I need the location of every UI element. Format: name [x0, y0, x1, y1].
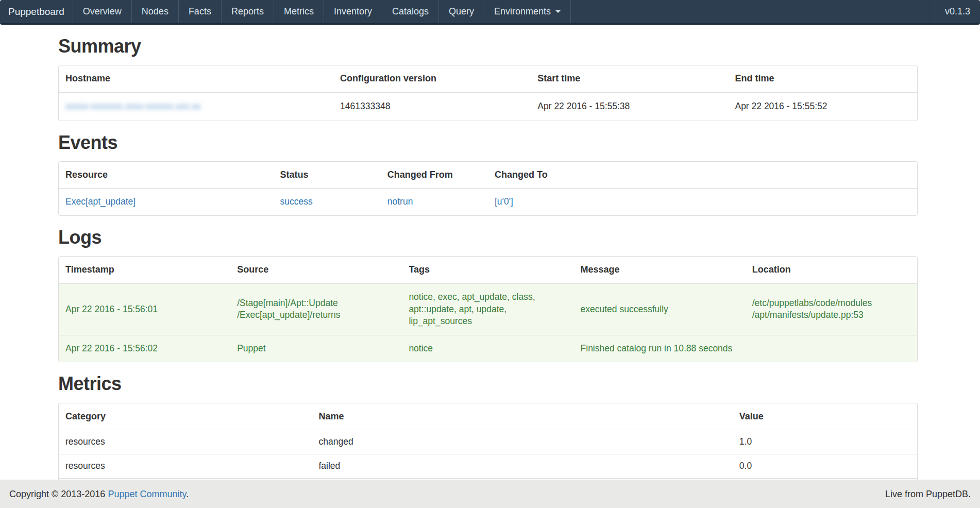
- metric-name-cell: failed: [312, 454, 732, 479]
- events-col-changed-from: Changed From: [381, 162, 488, 189]
- nav-item-reports[interactable]: Reports: [221, 0, 274, 23]
- environments-dropdown-label: Environments: [494, 6, 551, 17]
- metric-row: resources changed 1.0: [59, 430, 917, 454]
- summary-hostname-cell: xxxxx-xxxxxxx.xxxx-xxxxxx.xxx.xx: [59, 92, 333, 120]
- log-source-cell: Puppet: [230, 335, 402, 362]
- events-col-changed-to: Changed To: [488, 162, 917, 189]
- log-location-cell: [746, 335, 917, 362]
- main-content: Summary Hostname Configuration version S…: [58, 36, 918, 501]
- nav-item-overview[interactable]: Overview: [73, 0, 131, 23]
- metric-value-cell: 1.0: [733, 430, 917, 454]
- summary-title: Summary: [58, 36, 918, 57]
- logs-col-timestamp: Timestamp: [59, 257, 230, 283]
- event-resource-link[interactable]: Exec[apt_update]: [65, 196, 136, 207]
- nav-item-query[interactable]: Query: [438, 0, 484, 23]
- chevron-down-icon: [555, 10, 561, 13]
- logs-panel: Timestamp Source Tags Message Location A…: [58, 256, 918, 362]
- logs-col-message: Message: [574, 257, 746, 283]
- log-row: Apr 22 2016 - 15:56:02 Puppet notice Fin…: [59, 335, 917, 362]
- footer-copyright: Copyright © 2013-2016 Puppet Community.: [9, 489, 189, 500]
- metrics-title: Metrics: [58, 374, 918, 394]
- version-badge: v0.1.3: [935, 0, 980, 23]
- event-status-link[interactable]: success: [280, 196, 313, 207]
- log-message-cell: executed successfully: [574, 283, 746, 335]
- logs-title: Logs: [58, 227, 918, 248]
- metric-value-cell: 0.0: [733, 454, 917, 479]
- summary-col-end-time: End time: [728, 65, 917, 92]
- log-timestamp-cell: Apr 22 2016 - 15:56:02: [59, 335, 230, 362]
- events-col-resource: Resource: [59, 162, 274, 189]
- summary-start-time-cell: Apr 22 2016 - 15:55:38: [531, 92, 728, 120]
- metric-category-cell: resources: [59, 454, 312, 479]
- summary-row: xxxxx-xxxxxxx.xxxx-xxxxxx.xxx.xx 1461333…: [59, 92, 917, 120]
- summary-col-configuration-version: Configuration version: [333, 65, 531, 92]
- log-timestamp-cell: Apr 22 2016 - 15:56:01: [59, 283, 230, 335]
- events-table: Resource Status Changed From Changed To …: [59, 162, 917, 215]
- event-changed-to-link[interactable]: [u'0']: [495, 196, 513, 207]
- log-row: Apr 22 2016 - 15:56:01 /Stage[main]/Apt:…: [59, 283, 917, 335]
- nav-item-metrics[interactable]: Metrics: [274, 0, 324, 23]
- metrics-col-category: Category: [59, 403, 312, 430]
- metrics-header-row: Category Name Value: [59, 403, 917, 430]
- nav-item-nodes[interactable]: Nodes: [131, 0, 178, 23]
- metrics-col-name: Name: [312, 403, 732, 430]
- logs-table: Timestamp Source Tags Message Location A…: [59, 257, 917, 362]
- environments-dropdown[interactable]: Environments: [484, 0, 570, 23]
- log-message-cell: Finished catalog run in 10.88 seconds: [574, 335, 746, 362]
- event-row: Exec[apt_update] success notrun [u'0']: [59, 189, 917, 215]
- events-header-row: Resource Status Changed From Changed To: [59, 162, 917, 189]
- navbar-spacer: [570, 0, 935, 23]
- metric-name-cell: changed: [312, 430, 732, 454]
- logs-col-source: Source: [230, 257, 402, 283]
- footer-copyright-suffix: .: [186, 489, 189, 499]
- nav-item-facts[interactable]: Facts: [178, 0, 221, 23]
- hostname-link-redacted[interactable]: xxxxx-xxxxxxx.xxxx-xxxxxx.xxx.xx: [65, 101, 201, 111]
- event-resource-cell: Exec[apt_update]: [59, 189, 274, 215]
- metrics-col-value: Value: [733, 403, 917, 430]
- nav-item-catalogs[interactable]: Catalogs: [382, 0, 438, 23]
- footer-puppetdb-status: Live from PuppetDB.: [885, 489, 971, 500]
- logs-col-tags: Tags: [402, 257, 573, 283]
- summary-configuration-version-cell: 1461333348: [333, 92, 531, 120]
- log-tags-cell: notice: [402, 335, 573, 362]
- logs-header-row: Timestamp Source Tags Message Location: [59, 257, 917, 283]
- event-changed-to-cell: [u'0']: [488, 189, 917, 215]
- log-tags-cell: notice, exec, apt_update, class, apt::up…: [402, 283, 573, 335]
- events-col-status: Status: [274, 162, 381, 189]
- summary-col-start-time: Start time: [531, 65, 728, 92]
- event-changed-from-link[interactable]: notrun: [387, 196, 413, 207]
- summary-table: Hostname Configuration version Start tim…: [59, 65, 917, 120]
- puppet-community-link[interactable]: Puppet Community: [108, 489, 186, 499]
- navbar-brand[interactable]: Puppetboard: [0, 0, 73, 23]
- summary-panel: Hostname Configuration version Start tim…: [58, 65, 918, 121]
- summary-end-time-cell: Apr 22 2016 - 15:55:52: [728, 92, 917, 120]
- metric-row: resources failed 0.0: [59, 454, 917, 479]
- nav-item-inventory[interactable]: Inventory: [324, 0, 382, 23]
- footer: Copyright © 2013-2016 Puppet Community. …: [0, 480, 980, 508]
- event-changed-from-cell: notrun: [381, 189, 488, 215]
- logs-col-location: Location: [746, 257, 917, 283]
- metric-category-cell: resources: [59, 430, 312, 454]
- events-title: Events: [58, 132, 918, 153]
- footer-copyright-prefix: Copyright © 2013-2016: [9, 489, 108, 499]
- log-source-cell: /Stage[main]/Apt::Update /Exec[apt_updat…: [230, 283, 402, 335]
- events-panel: Resource Status Changed From Changed To …: [58, 161, 918, 216]
- log-location-cell: /etc/puppetlabs/code/modules /apt/manife…: [746, 283, 917, 335]
- summary-header-row: Hostname Configuration version Start tim…: [59, 65, 917, 92]
- top-navbar: Puppetboard Overview Nodes Facts Reports…: [0, 0, 980, 25]
- event-status-cell: success: [274, 189, 381, 215]
- summary-col-hostname: Hostname: [59, 65, 333, 92]
